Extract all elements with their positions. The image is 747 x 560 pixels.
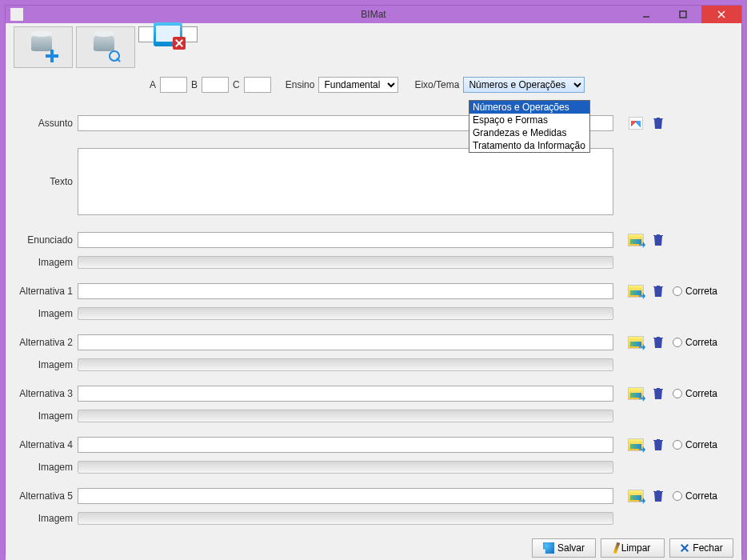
label-b: B xyxy=(191,79,198,90)
label-correta: Correta xyxy=(685,286,717,297)
close-window-button[interactable] xyxy=(701,6,741,23)
plus-icon xyxy=(46,50,58,62)
radio-correta-2[interactable] xyxy=(673,338,682,347)
input-alt5[interactable] xyxy=(78,488,613,504)
svg-rect-1 xyxy=(680,11,686,18)
imagebar-alt1 xyxy=(78,307,613,320)
delete-enunciado-button[interactable] xyxy=(650,232,666,248)
image-alt3-button[interactable] xyxy=(628,386,644,402)
label-correta: Correta xyxy=(685,337,717,348)
imagebar-alt3 xyxy=(78,410,613,422)
top-params-row: A B C Ensino Fundamental Eixo/Tema Númer… xyxy=(150,76,733,94)
label-alt4: Alternativa 4 xyxy=(14,439,78,450)
label-alt5: Alternativa 5 xyxy=(14,490,78,502)
select-ensino[interactable]: Fundamental xyxy=(318,77,398,93)
input-alt4[interactable] xyxy=(78,437,613,453)
label-alt1: Alternativa 1 xyxy=(14,286,78,297)
eixo-option[interactable]: Números e Operações xyxy=(469,101,589,114)
eixo-option[interactable]: Espaço e Formas xyxy=(469,114,589,126)
image-enunciado-button[interactable] xyxy=(628,232,644,248)
save-button[interactable]: Salvar xyxy=(532,538,596,558)
input-alt2[interactable] xyxy=(78,334,613,350)
x-icon xyxy=(173,37,186,50)
radio-correta-3[interactable] xyxy=(673,389,682,398)
save-icon xyxy=(543,542,554,554)
imagebar-enunciado xyxy=(78,256,613,269)
search-db-button[interactable] xyxy=(76,26,135,68)
input-c[interactable] xyxy=(244,77,271,93)
close-icon xyxy=(680,543,689,553)
label-imagem: Imagem xyxy=(14,359,78,370)
label-imagem: Imagem xyxy=(14,513,78,524)
label-enunciado: Enunciado xyxy=(14,234,78,246)
input-enunciado[interactable] xyxy=(78,232,613,248)
delete-alt3-button[interactable] xyxy=(650,386,666,402)
image-icon xyxy=(628,438,644,451)
label-c: C xyxy=(233,79,240,90)
label-correta: Correta xyxy=(685,388,717,399)
toolbar xyxy=(14,26,733,68)
image-icon xyxy=(628,490,644,502)
label-alt2: Alternativa 2 xyxy=(14,337,78,348)
label-eixo: Eixo/Tema xyxy=(414,79,459,90)
eixo-option[interactable]: Grandezas e Medidas xyxy=(469,126,589,139)
input-a[interactable] xyxy=(160,77,187,93)
chart-icon xyxy=(629,117,643,130)
delete-alt5-button[interactable] xyxy=(650,488,666,504)
add-db-button[interactable] xyxy=(14,26,73,68)
label-imagem: Imagem xyxy=(14,462,78,473)
label-imagem: Imagem xyxy=(14,257,78,268)
label-imagem: Imagem xyxy=(14,308,78,319)
app-icon xyxy=(10,8,23,21)
label-correta: Correta xyxy=(685,490,717,502)
input-b[interactable] xyxy=(202,77,229,93)
clear-button[interactable]: Limpar xyxy=(601,538,665,558)
input-alt1[interactable] xyxy=(78,283,613,299)
radio-correta-1[interactable] xyxy=(673,286,682,296)
image-alt4-button[interactable] xyxy=(628,437,644,453)
imagebar-alt2 xyxy=(78,358,613,371)
imagebar-alt4 xyxy=(78,461,613,474)
delete-alt1-button[interactable] xyxy=(650,283,666,299)
image-alt1-button[interactable] xyxy=(628,283,644,299)
close-form-button[interactable] xyxy=(138,26,198,42)
titlebar: BIMat xyxy=(6,6,741,23)
label-a: A xyxy=(150,79,156,90)
select-eixo[interactable]: Números e Operações xyxy=(463,77,585,93)
image-alt5-button[interactable] xyxy=(628,488,644,504)
input-alt3[interactable] xyxy=(78,386,613,402)
eixo-option[interactable]: Tratamento da Informação xyxy=(469,139,589,152)
label-alt3: Alternativa 3 xyxy=(14,388,78,399)
label-assunto: Assunto xyxy=(14,118,78,129)
image-alt2-button[interactable] xyxy=(628,334,644,350)
radio-correta-4[interactable] xyxy=(673,440,682,450)
maximize-button[interactable] xyxy=(665,6,701,23)
clear-label: Limpar xyxy=(621,542,651,554)
magnifier-icon xyxy=(109,50,122,63)
window-icon xyxy=(154,22,182,46)
label-ensino: Ensino xyxy=(286,79,315,90)
image-icon xyxy=(628,387,644,400)
delete-alt4-button[interactable] xyxy=(650,437,666,453)
label-correta: Correta xyxy=(685,439,717,450)
label-texto: Texto xyxy=(14,176,78,187)
app-window: BIMat A B C Ensino Fundamental Eixo/Tema… xyxy=(5,5,742,555)
input-texto[interactable] xyxy=(78,148,613,215)
radio-correta-5[interactable] xyxy=(673,491,682,501)
broom-icon xyxy=(613,542,620,554)
close-button[interactable]: Fechar xyxy=(669,538,733,558)
close-label: Fechar xyxy=(693,542,722,554)
minimize-button[interactable] xyxy=(628,6,665,23)
image-icon xyxy=(628,234,644,246)
save-label: Salvar xyxy=(557,542,585,554)
eixo-dropdown[interactable]: Números e Operações Espaço e Formas Gran… xyxy=(469,100,590,153)
image-icon xyxy=(628,336,644,349)
chart-button[interactable] xyxy=(628,115,644,131)
imagebar-alt5 xyxy=(78,512,613,525)
window-title: BIMat xyxy=(361,9,385,20)
label-imagem: Imagem xyxy=(14,410,78,422)
delete-assunto-button[interactable] xyxy=(650,115,666,131)
delete-alt2-button[interactable] xyxy=(650,334,666,350)
image-icon xyxy=(628,285,644,298)
